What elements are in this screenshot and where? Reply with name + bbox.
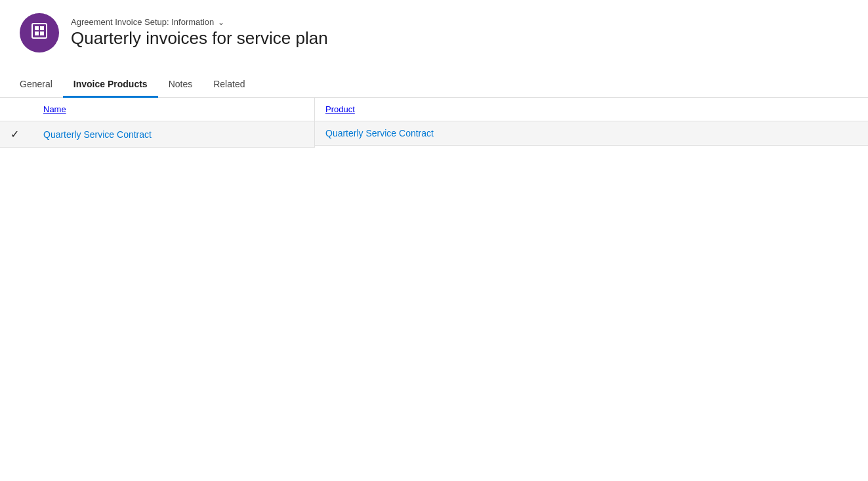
- header-text: Agreement Invoice Setup: Information ⌄ Q…: [71, 17, 328, 49]
- product-cell[interactable]: Quarterly Service Contract: [315, 121, 868, 146]
- svg-rect-0: [32, 24, 47, 38]
- breadcrumb-text: Agreement Invoice Setup: Information: [71, 17, 214, 27]
- svg-rect-1: [35, 26, 39, 30]
- tab-general[interactable]: General: [20, 72, 63, 98]
- checkmark-icon: ✓: [10, 129, 19, 140]
- check-cell: ✓: [0, 121, 33, 148]
- app-avatar: [20, 13, 59, 52]
- left-panel: Name ✓ Quarterly Service Contract: [0, 98, 315, 148]
- svg-rect-2: [40, 26, 44, 30]
- page-title: Quarterly invoices for service plan: [71, 28, 328, 49]
- chevron-down-icon: ⌄: [218, 18, 224, 27]
- right-panel: Product Quarterly Service Contract: [315, 98, 868, 148]
- row-name-link[interactable]: Quarterly Service Contract: [43, 129, 152, 140]
- tab-bar: General Invoice Products Notes Related: [0, 72, 868, 98]
- table-area: Name ✓ Quarterly Service Contract: [0, 98, 868, 148]
- avatar-icon: [30, 22, 49, 44]
- table-row: Quarterly Service Contract: [315, 121, 868, 146]
- col-product-header[interactable]: Product: [315, 98, 868, 121]
- name-column-link[interactable]: Name: [43, 104, 66, 114]
- page-header: Agreement Invoice Setup: Information ⌄ Q…: [0, 0, 868, 59]
- two-panel: Name ✓ Quarterly Service Contract: [0, 98, 868, 148]
- svg-rect-3: [35, 31, 39, 35]
- col-check: [0, 98, 33, 121]
- name-cell[interactable]: Quarterly Service Contract: [33, 121, 314, 148]
- tab-notes[interactable]: Notes: [158, 72, 203, 98]
- col-name-header[interactable]: Name: [33, 98, 314, 121]
- product-column-link[interactable]: Product: [325, 104, 355, 114]
- tab-related[interactable]: Related: [203, 72, 255, 98]
- tab-invoice-products[interactable]: Invoice Products: [63, 72, 158, 98]
- table-row: ✓ Quarterly Service Contract: [0, 121, 314, 148]
- svg-rect-4: [40, 31, 44, 35]
- left-table: Name ✓ Quarterly Service Contract: [0, 98, 314, 148]
- row-product-link[interactable]: Quarterly Service Contract: [325, 128, 434, 138]
- right-table: Product Quarterly Service Contract: [315, 98, 868, 146]
- breadcrumb[interactable]: Agreement Invoice Setup: Information ⌄: [71, 17, 328, 27]
